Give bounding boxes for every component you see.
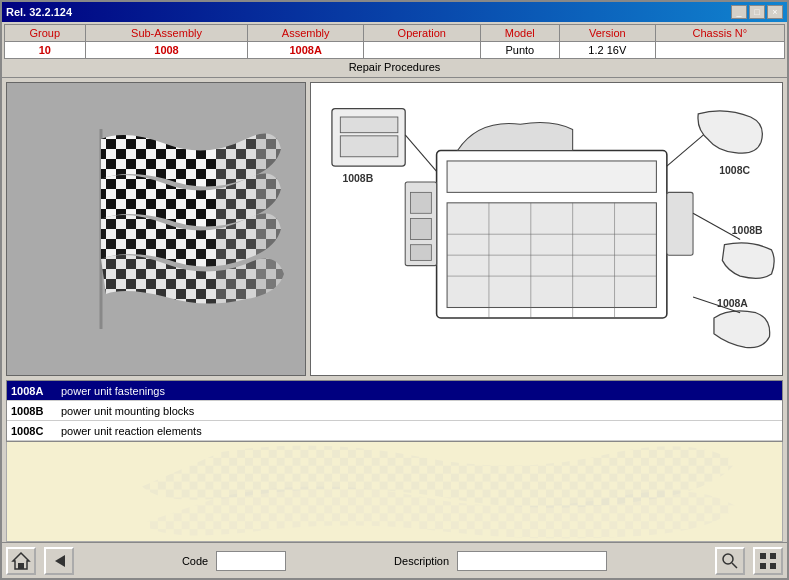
back-home-button[interactable] bbox=[6, 547, 36, 575]
svg-rect-38 bbox=[770, 553, 776, 559]
home-icon bbox=[11, 551, 31, 571]
grid-icon bbox=[758, 551, 778, 571]
val-chassis bbox=[655, 42, 784, 59]
minimize-button[interactable]: _ bbox=[731, 5, 747, 19]
code-label: Code bbox=[182, 555, 208, 567]
parts-list: 1008A power unit fastenings 1008B power … bbox=[6, 380, 783, 442]
svg-line-20 bbox=[667, 135, 704, 166]
label-1008b-right: 1008B bbox=[732, 225, 763, 236]
svg-line-36 bbox=[732, 563, 737, 568]
part-code: 1008C bbox=[11, 425, 61, 437]
title-bar: Rel. 32.2.124 _ □ × bbox=[2, 2, 787, 22]
table-row[interactable]: 1008A power unit fastenings bbox=[7, 381, 782, 401]
close-button[interactable]: × bbox=[767, 5, 783, 19]
engine-diagram: 1008B 1008C 1008B 1008A 1008A bbox=[311, 83, 782, 375]
val-assembly[interactable]: 1008A bbox=[248, 42, 363, 59]
label-1008a-right: 1008A bbox=[717, 299, 748, 310]
svg-rect-15 bbox=[667, 192, 693, 255]
back-arrow-icon bbox=[49, 551, 69, 571]
val-operation bbox=[363, 42, 480, 59]
code-input[interactable] bbox=[216, 551, 286, 571]
part-description: power unit reaction elements bbox=[61, 425, 202, 437]
svg-rect-40 bbox=[770, 563, 776, 569]
col-group[interactable]: Group bbox=[5, 25, 86, 42]
description-input[interactable] bbox=[457, 551, 607, 571]
col-chassis[interactable]: Chassis N° bbox=[655, 25, 784, 42]
search-icon bbox=[720, 551, 740, 571]
svg-rect-39 bbox=[760, 563, 766, 569]
part-description: power unit fastenings bbox=[61, 385, 165, 397]
main-content: 1008B 1008C 1008B 1008A 1008A bbox=[2, 78, 787, 380]
svg-marker-34 bbox=[55, 555, 65, 567]
val-subassembly[interactable]: 1008 bbox=[85, 42, 248, 59]
footer: Code Description bbox=[2, 542, 787, 578]
nav-table: Group Sub-Assembly Assembly Operation Mo… bbox=[4, 24, 785, 59]
svg-rect-12 bbox=[410, 192, 431, 213]
left-panel-flag bbox=[6, 82, 306, 376]
col-subassembly[interactable]: Sub-Assembly bbox=[85, 25, 248, 42]
svg-rect-18 bbox=[340, 136, 398, 157]
svg-rect-37 bbox=[760, 553, 766, 559]
menu-button[interactable] bbox=[753, 547, 783, 575]
col-operation[interactable]: Operation bbox=[363, 25, 480, 42]
section-title: Repair Procedures bbox=[4, 59, 785, 75]
svg-rect-7 bbox=[256, 129, 286, 309]
header: Group Sub-Assembly Assembly Operation Mo… bbox=[2, 22, 787, 78]
svg-rect-13 bbox=[410, 219, 431, 240]
svg-rect-33 bbox=[18, 563, 24, 569]
maximize-button[interactable]: □ bbox=[749, 5, 765, 19]
bottom-decorative-area bbox=[6, 442, 783, 542]
window-controls: _ □ × bbox=[731, 5, 783, 19]
svg-rect-17 bbox=[340, 117, 398, 133]
search-button[interactable] bbox=[715, 547, 745, 575]
table-row[interactable]: 1008B power unit mounting blocks bbox=[7, 401, 782, 421]
svg-line-19 bbox=[405, 135, 436, 172]
val-model: Punto bbox=[480, 42, 559, 59]
description-label: Description bbox=[394, 555, 449, 567]
svg-rect-14 bbox=[410, 245, 431, 261]
label-1008b-left: 1008B bbox=[342, 173, 373, 184]
val-group[interactable]: 10 bbox=[5, 42, 86, 59]
col-assembly[interactable]: Assembly bbox=[248, 25, 363, 42]
label-1008c: 1008C bbox=[719, 165, 750, 176]
part-code: 1008B bbox=[11, 405, 61, 417]
table-row[interactable]: 1008C power unit reaction elements bbox=[7, 421, 782, 441]
window-title: Rel. 32.2.124 bbox=[6, 6, 72, 18]
watermark-flag bbox=[7, 442, 782, 541]
svg-point-35 bbox=[723, 554, 733, 564]
col-version[interactable]: Version bbox=[559, 25, 655, 42]
checkered-flag bbox=[26, 119, 286, 339]
part-code: 1008A bbox=[11, 385, 61, 397]
main-window: Rel. 32.2.124 _ □ × Group Sub-Assembly A… bbox=[0, 0, 789, 580]
col-model[interactable]: Model bbox=[480, 25, 559, 42]
val-version: 1.2 16V bbox=[559, 42, 655, 59]
svg-rect-9 bbox=[447, 161, 656, 192]
part-description: power unit mounting blocks bbox=[61, 405, 194, 417]
right-panel-diagram: 1008B 1008C 1008B 1008A 1008A bbox=[310, 82, 783, 376]
back-button[interactable] bbox=[44, 547, 74, 575]
